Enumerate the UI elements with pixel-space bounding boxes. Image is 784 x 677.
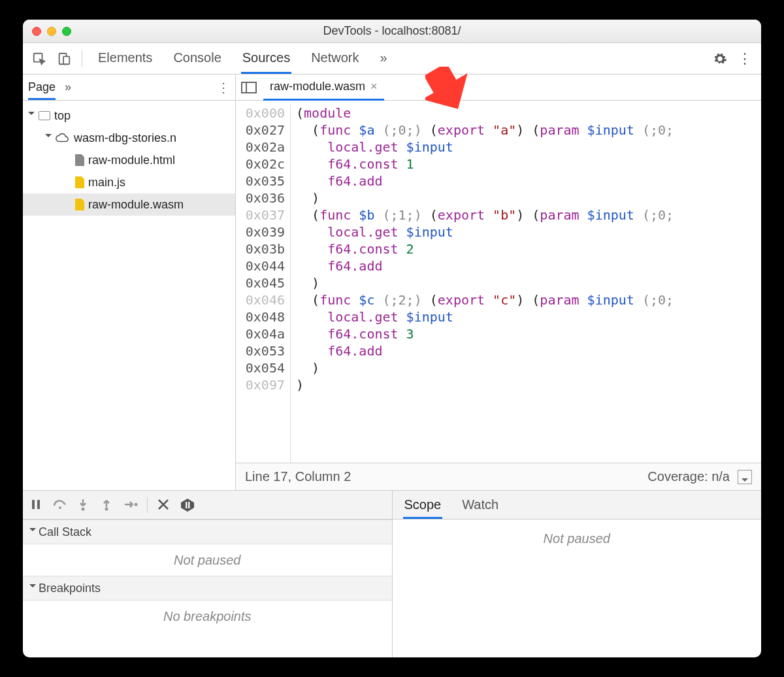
line-gutter[interactable]: 0x0000x0270x02a0x02c0x0350x0360x0370x039… — [236, 105, 291, 463]
main-toolbar: Elements Console Sources Network » ⋮ — [23, 43, 761, 74]
file-label: raw-module.html — [88, 154, 175, 167]
expand-caret-icon — [28, 112, 35, 118]
step-out-icon[interactable] — [100, 498, 114, 512]
cloud-icon — [56, 133, 70, 143]
step-into-icon[interactable] — [76, 498, 91, 512]
step-over-icon[interactable] — [53, 498, 67, 512]
devtools-window: DevTools - localhost:8081/ Elements Cons… — [23, 20, 761, 657]
coverage-toggle-icon[interactable] — [738, 470, 752, 484]
tab-scope[interactable]: Scope — [403, 491, 443, 519]
svg-point-9 — [82, 507, 85, 510]
file-label: main.js — [88, 176, 125, 190]
svg-rect-4 — [242, 82, 256, 93]
coverage-label: Coverage: n/a — [647, 469, 730, 484]
svg-rect-2 — [63, 56, 69, 64]
breakpoints-body: No breakpoints — [23, 601, 392, 632]
code-content[interactable]: (module (func $a (;0;) (export "a") (par… — [291, 105, 674, 463]
svg-rect-7 — [37, 500, 40, 509]
tree-file-js[interactable]: main.js — [23, 171, 235, 193]
source-editor: raw-module.wasm × 0x0000x0270x02a0x02c0x… — [236, 74, 761, 490]
frame-icon — [39, 111, 50, 120]
editor-tab-label: raw-module.wasm — [270, 80, 365, 93]
annotation-arrow-icon — [425, 67, 471, 112]
navigator-tabs: Page » ⋮ — [23, 74, 235, 101]
debugger-controls — [23, 491, 392, 520]
tree-root-label: top — [54, 109, 71, 123]
collapse-caret-icon — [29, 584, 36, 591]
tab-elements[interactable]: Elements — [97, 44, 154, 74]
tree-file-html[interactable]: raw-module.html — [23, 149, 235, 171]
expand-caret-icon — [45, 134, 52, 140]
call-stack-title: Call Stack — [39, 525, 91, 539]
scope-tabs: Scope Watch — [393, 491, 762, 520]
editor-toggle-navigator-icon[interactable] — [241, 82, 257, 93]
tab-watch[interactable]: Watch — [461, 491, 500, 519]
svg-rect-16 — [188, 502, 190, 508]
tree-root[interactable]: top — [23, 105, 235, 127]
svg-marker-3 — [425, 67, 471, 112]
more-menu-icon[interactable]: ⋮ — [735, 49, 755, 69]
scope-body: Not paused — [393, 520, 762, 657]
file-label: raw-module.wasm — [88, 198, 184, 212]
tree-domain[interactable]: wasm-dbg-stories.n — [23, 127, 235, 149]
file-icon — [75, 199, 84, 210]
tab-console[interactable]: Console — [172, 44, 222, 74]
debugger-sidebar: Call Stack Not paused Breakpoints No bre… — [23, 491, 393, 657]
debugger-pane: Call Stack Not paused Breakpoints No bre… — [23, 490, 761, 657]
close-tab-icon[interactable]: × — [370, 80, 378, 93]
device-toolbar-icon[interactable] — [54, 49, 74, 69]
pause-exceptions-icon[interactable] — [180, 498, 195, 512]
tree-file-wasm[interactable]: raw-module.wasm — [23, 193, 235, 216]
pause-icon[interactable] — [29, 498, 44, 512]
svg-point-10 — [105, 507, 108, 510]
breakpoints-title: Breakpoints — [39, 582, 101, 595]
inspect-element-icon[interactable] — [29, 49, 49, 69]
navigator-tab-page[interactable]: Page — [28, 74, 56, 100]
svg-rect-6 — [32, 500, 35, 509]
collapse-caret-icon — [29, 528, 36, 535]
svg-point-11 — [135, 503, 138, 506]
file-icon — [75, 154, 84, 166]
svg-marker-14 — [181, 499, 194, 512]
tab-network[interactable]: Network — [310, 44, 360, 74]
titlebar: DevTools - localhost:8081/ — [23, 20, 761, 43]
cursor-position: Line 17, Column 2 — [245, 469, 351, 484]
editor-tab-active[interactable]: raw-module.wasm × — [263, 74, 384, 101]
svg-rect-15 — [186, 502, 188, 508]
deactivate-breakpoints-icon[interactable] — [157, 498, 171, 512]
editor-status-bar: Line 17, Column 2 Coverage: n/a — [236, 463, 761, 490]
sources-panel: Page » ⋮ top wasm-dbg-stories.n — [23, 74, 761, 490]
code-area[interactable]: 0x0000x0270x02a0x02c0x0350x0360x0370x039… — [236, 101, 761, 463]
file-icon — [75, 176, 84, 188]
window-title: DevTools - localhost:8081/ — [23, 24, 761, 38]
call-stack-header[interactable]: Call Stack — [23, 520, 392, 544]
settings-gear-icon[interactable] — [710, 49, 730, 69]
tab-sources[interactable]: Sources — [241, 44, 291, 74]
navigator-tabs-overflow[interactable]: » — [65, 80, 71, 94]
divider — [82, 50, 82, 67]
panel-tabs: Elements Console Sources Network » — [97, 44, 389, 74]
navigator-sidebar: Page » ⋮ top wasm-dbg-stories.n — [23, 74, 236, 490]
scope-pane: Scope Watch Not paused — [393, 491, 762, 657]
tree-domain-label: wasm-dbg-stories.n — [74, 131, 176, 145]
editor-tabstrip: raw-module.wasm × — [236, 74, 761, 101]
navigator-more-icon[interactable]: ⋮ — [217, 80, 230, 95]
tabs-overflow[interactable]: » — [379, 44, 389, 74]
svg-point-8 — [59, 506, 61, 509]
file-tree: top wasm-dbg-stories.n raw-module.html m… — [23, 101, 235, 490]
breakpoints-header[interactable]: Breakpoints — [23, 576, 392, 601]
step-icon[interactable] — [123, 498, 138, 512]
call-stack-body: Not paused — [23, 544, 392, 576]
